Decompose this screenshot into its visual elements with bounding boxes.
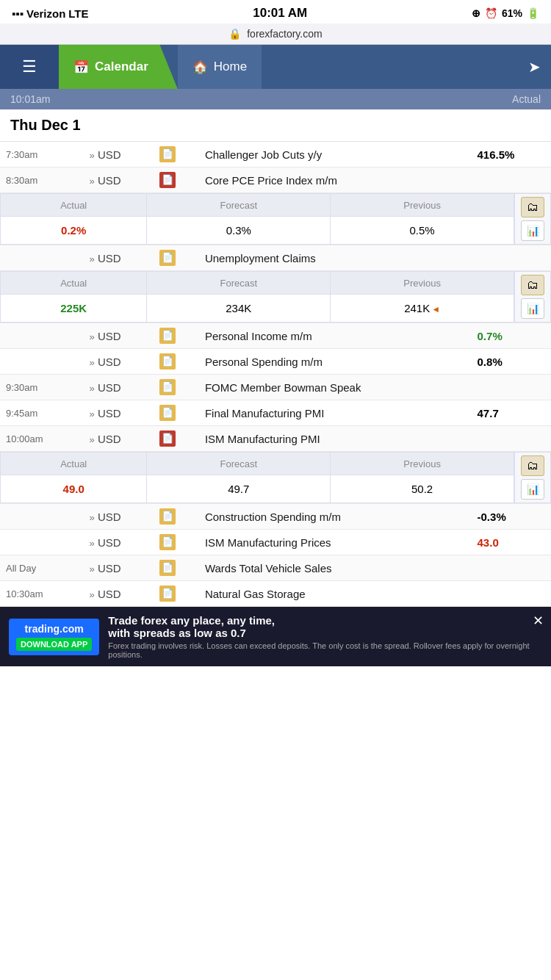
event-currency: » USD [84,504,154,530]
home-label: Home [214,60,247,74]
signal-icon: ▪▪▪ [12,7,24,20]
expand-forecast: 234K [147,295,331,323]
event-currency: » USD [84,142,154,167]
calendar-table: 7:30am » USD 📄 Challenger Job Cuts y/y 4… [0,142,551,607]
ad-banner: trading.com DOWNLOAD APP Trade forex any… [0,607,551,666]
carrier-label: Verizon [26,7,65,20]
impact-icon: 📄 [154,555,199,581]
table-row[interactable]: 9:45am » USD 📄 Final Manufacturing PMI 4… [0,400,551,426]
download-button[interactable]: DOWNLOAD APP [16,638,92,651]
status-bar: ▪▪▪ Verizon LTE 10:01 AM ⊕ ⏰ 61% 🔋 [0,0,551,24]
table-row[interactable]: » USD 📄 ISM Manufacturing Prices 43.0 [0,530,551,555]
logo-icon: ☰ [22,57,37,76]
calendar-icon: 📅 [73,60,89,75]
network-type: LTE [68,7,88,20]
event-actual: 47.7 [472,400,551,426]
ad-text: Trade forex any place, any time, with sp… [108,614,542,659]
ad-site-name: trading.com [25,623,84,635]
impact-icon: 📄 [154,167,199,193]
event-currency: » USD [84,375,154,400]
event-actual: 0.8% [472,349,551,375]
calendar-detail-button[interactable]: 🗂 [521,275,544,295]
ad-subheadline: with spreads as low as 0.7 [108,627,542,639]
table-row[interactable]: 10:00am » USD 📄 ISM Manufacturing PMI [0,426,551,452]
actual-column-label: Actual [512,93,541,105]
event-name[interactable]: ISM Manufacturing PMI [199,426,551,452]
chart-button[interactable]: 📊 [521,220,544,241]
nav-home-tab[interactable]: 🏠 Home [178,45,262,89]
event-time: All Day [0,555,84,581]
ad-close-button[interactable]: ✕ [533,613,544,629]
expand-previous: 0.5% [331,217,514,245]
event-name[interactable]: ISM Manufacturing Prices [199,530,472,555]
impact-icon: 📄 [154,349,199,375]
event-name[interactable]: Core PCE Price Index m/m [199,167,551,193]
event-time: 10:00am [0,426,84,452]
site-logo[interactable]: ☰ [0,45,59,89]
table-row[interactable]: » USD 📄 Personal Spending m/m 0.8% [0,349,551,375]
nav-header: ☰ 📅 Calendar 🏠 Home ➤ [0,45,551,89]
event-name[interactable]: Final Manufacturing PMI [199,400,472,426]
table-row[interactable]: 9:30am » USD 📄 FOMC Member Bowman Speak [0,375,551,400]
table-row[interactable]: » USD 📄 Construction Spending m/m -0.3% [0,504,551,530]
expanded-row: Actual Forecast Previous 0.2% 0.3% 0.5% … [0,193,551,245]
chart-button[interactable]: 📊 [521,298,544,319]
impact-icon: 📄 [154,581,199,607]
current-time-label: 10:01am [10,93,50,105]
event-time: 9:30am [0,375,84,400]
event-currency: » USD [84,581,154,607]
expanded-row: Actual Forecast Previous 49.0 49.7 50.2 … [0,452,551,504]
impact-icon: 📄 [154,142,199,167]
event-name[interactable]: Construction Spending m/m [199,504,472,530]
actual-header: Actual [1,453,147,475]
table-row[interactable]: 10:30am » USD 📄 Natural Gas Storage [0,581,551,607]
event-time: 9:45am [0,400,84,426]
nav-arrow-button[interactable]: ➤ [518,45,551,89]
table-row[interactable]: All Day » USD 📄 Wards Total Vehicle Sale… [0,555,551,581]
forecast-header: Forecast [147,272,331,295]
expand-previous: 241K◄ [331,295,514,323]
location-icon: ⊕ [472,7,480,19]
event-time [0,245,84,271]
table-row[interactable]: » USD 📄 Personal Income m/m 0.7% [0,323,551,349]
forecast-header: Forecast [147,194,331,217]
calendar-detail-button[interactable]: 🗂 [521,455,544,476]
event-name[interactable]: Challenger Job Cuts y/y [199,142,472,167]
expand-previous: 50.2 [331,475,514,503]
table-row[interactable]: » USD 📄 Unemployment Claims [0,245,551,271]
event-name[interactable]: Wards Total Vehicle Sales [199,555,472,581]
impact-icon: 📄 [154,245,199,271]
event-name[interactable]: Personal Income m/m [199,323,472,349]
event-currency: » USD [84,167,154,193]
calendar-detail-button[interactable]: 🗂 [521,197,544,217]
event-actual: 0.7% [472,323,551,349]
event-actual: 43.0 [472,530,551,555]
browser-bar[interactable]: 🔒 forexfactory.com [0,24,551,45]
event-name[interactable]: Natural Gas Storage [199,581,472,607]
alarm-icon: ⏰ [485,7,497,19]
previous-header: Previous [331,453,514,475]
expanded-row: Actual Forecast Previous 225K 234K 241K◄… [0,271,551,323]
actual-header: Actual [1,272,147,295]
event-time: 8:30am [0,167,84,193]
impact-icon: 📄 [154,400,199,426]
arrow-right-icon: ➤ [528,58,541,76]
previous-header: Previous [331,194,514,217]
event-time [0,504,84,530]
battery-icon: 🔋 [527,7,539,19]
event-name[interactable]: Unemployment Claims [199,245,551,271]
ad-headline: Trade forex any place, any time, [108,614,542,627]
table-row[interactable]: 7:30am » USD 📄 Challenger Job Cuts y/y 4… [0,142,551,167]
event-currency: » USD [84,530,154,555]
expand-actions: 🗂 📊 [514,193,551,245]
nav-calendar-tab[interactable]: 📅 Calendar [59,45,178,89]
ad-logo[interactable]: trading.com DOWNLOAD APP [9,619,99,655]
event-name[interactable]: FOMC Member Bowman Speak [199,375,472,400]
event-actual [472,375,551,400]
event-actual [472,555,551,581]
expand-actual: 0.2% [1,217,147,245]
event-name[interactable]: Personal Spending m/m [199,349,472,375]
chart-button[interactable]: 📊 [521,479,544,500]
table-row[interactable]: 8:30am » USD 📄 Core PCE Price Index m/m [0,167,551,193]
date-header: Thu Dec 1 [0,109,551,142]
